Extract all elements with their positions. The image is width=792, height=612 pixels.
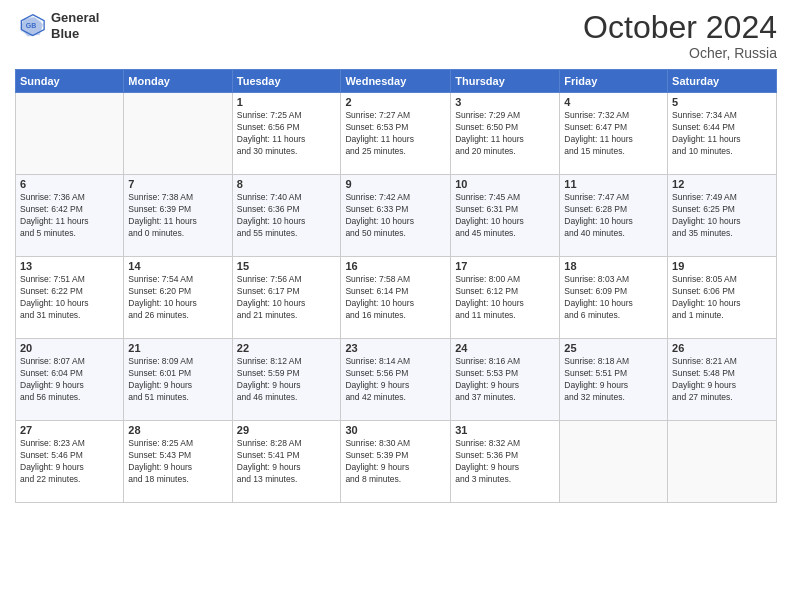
calendar-cell bbox=[124, 93, 232, 175]
calendar-cell: 20Sunrise: 8:07 AM Sunset: 6:04 PM Dayli… bbox=[16, 339, 124, 421]
day-number: 26 bbox=[672, 342, 772, 354]
day-info: Sunrise: 8:09 AM Sunset: 6:01 PM Dayligh… bbox=[128, 356, 227, 404]
day-number: 17 bbox=[455, 260, 555, 272]
day-info: Sunrise: 7:58 AM Sunset: 6:14 PM Dayligh… bbox=[345, 274, 446, 322]
day-info: Sunrise: 7:45 AM Sunset: 6:31 PM Dayligh… bbox=[455, 192, 555, 240]
day-info: Sunrise: 7:36 AM Sunset: 6:42 PM Dayligh… bbox=[20, 192, 119, 240]
day-of-week-header: Monday bbox=[124, 70, 232, 93]
day-info: Sunrise: 8:03 AM Sunset: 6:09 PM Dayligh… bbox=[564, 274, 663, 322]
calendar-cell: 29Sunrise: 8:28 AM Sunset: 5:41 PM Dayli… bbox=[232, 421, 341, 503]
day-info: Sunrise: 7:47 AM Sunset: 6:28 PM Dayligh… bbox=[564, 192, 663, 240]
calendar-week-row: 27Sunrise: 8:23 AM Sunset: 5:46 PM Dayli… bbox=[16, 421, 777, 503]
day-info: Sunrise: 8:23 AM Sunset: 5:46 PM Dayligh… bbox=[20, 438, 119, 486]
calendar-cell: 22Sunrise: 8:12 AM Sunset: 5:59 PM Dayli… bbox=[232, 339, 341, 421]
svg-text:GB: GB bbox=[26, 21, 37, 28]
day-number: 1 bbox=[237, 96, 337, 108]
day-number: 10 bbox=[455, 178, 555, 190]
day-info: Sunrise: 7:42 AM Sunset: 6:33 PM Dayligh… bbox=[345, 192, 446, 240]
calendar-cell: 30Sunrise: 8:30 AM Sunset: 5:39 PM Dayli… bbox=[341, 421, 451, 503]
day-info: Sunrise: 7:51 AM Sunset: 6:22 PM Dayligh… bbox=[20, 274, 119, 322]
day-info: Sunrise: 8:12 AM Sunset: 5:59 PM Dayligh… bbox=[237, 356, 337, 404]
day-of-week-header: Friday bbox=[560, 70, 668, 93]
title-block: October 2024 Ocher, Russia bbox=[583, 10, 777, 61]
calendar-cell: 16Sunrise: 7:58 AM Sunset: 6:14 PM Dayli… bbox=[341, 257, 451, 339]
day-of-week-header: Wednesday bbox=[341, 70, 451, 93]
calendar-cell: 9Sunrise: 7:42 AM Sunset: 6:33 PM Daylig… bbox=[341, 175, 451, 257]
calendar-week-row: 13Sunrise: 7:51 AM Sunset: 6:22 PM Dayli… bbox=[16, 257, 777, 339]
day-number: 2 bbox=[345, 96, 446, 108]
day-info: Sunrise: 8:14 AM Sunset: 5:56 PM Dayligh… bbox=[345, 356, 446, 404]
calendar-cell: 13Sunrise: 7:51 AM Sunset: 6:22 PM Dayli… bbox=[16, 257, 124, 339]
day-number: 5 bbox=[672, 96, 772, 108]
day-of-week-header: Tuesday bbox=[232, 70, 341, 93]
day-info: Sunrise: 7:56 AM Sunset: 6:17 PM Dayligh… bbox=[237, 274, 337, 322]
day-number: 15 bbox=[237, 260, 337, 272]
day-info: Sunrise: 7:38 AM Sunset: 6:39 PM Dayligh… bbox=[128, 192, 227, 240]
day-number: 23 bbox=[345, 342, 446, 354]
day-info: Sunrise: 8:25 AM Sunset: 5:43 PM Dayligh… bbox=[128, 438, 227, 486]
day-info: Sunrise: 8:16 AM Sunset: 5:53 PM Dayligh… bbox=[455, 356, 555, 404]
calendar-cell bbox=[668, 421, 777, 503]
day-number: 30 bbox=[345, 424, 446, 436]
day-number: 18 bbox=[564, 260, 663, 272]
calendar-cell: 28Sunrise: 8:25 AM Sunset: 5:43 PM Dayli… bbox=[124, 421, 232, 503]
logo-text: General Blue bbox=[51, 10, 99, 41]
calendar-cell: 1Sunrise: 7:25 AM Sunset: 6:56 PM Daylig… bbox=[232, 93, 341, 175]
location: Ocher, Russia bbox=[583, 45, 777, 61]
day-number: 12 bbox=[672, 178, 772, 190]
day-number: 4 bbox=[564, 96, 663, 108]
day-number: 11 bbox=[564, 178, 663, 190]
calendar-week-row: 6Sunrise: 7:36 AM Sunset: 6:42 PM Daylig… bbox=[16, 175, 777, 257]
day-info: Sunrise: 7:27 AM Sunset: 6:53 PM Dayligh… bbox=[345, 110, 446, 158]
page: GB General Blue October 2024 Ocher, Russ… bbox=[0, 0, 792, 612]
calendar-cell: 2Sunrise: 7:27 AM Sunset: 6:53 PM Daylig… bbox=[341, 93, 451, 175]
calendar-cell: 17Sunrise: 8:00 AM Sunset: 6:12 PM Dayli… bbox=[451, 257, 560, 339]
day-number: 13 bbox=[20, 260, 119, 272]
calendar-cell: 11Sunrise: 7:47 AM Sunset: 6:28 PM Dayli… bbox=[560, 175, 668, 257]
calendar-cell: 24Sunrise: 8:16 AM Sunset: 5:53 PM Dayli… bbox=[451, 339, 560, 421]
calendar-cell: 5Sunrise: 7:34 AM Sunset: 6:44 PM Daylig… bbox=[668, 93, 777, 175]
calendar-cell: 14Sunrise: 7:54 AM Sunset: 6:20 PM Dayli… bbox=[124, 257, 232, 339]
days-of-week-row: SundayMondayTuesdayWednesdayThursdayFrid… bbox=[16, 70, 777, 93]
calendar-cell: 10Sunrise: 7:45 AM Sunset: 6:31 PM Dayli… bbox=[451, 175, 560, 257]
day-of-week-header: Sunday bbox=[16, 70, 124, 93]
logo: GB General Blue bbox=[15, 10, 99, 41]
day-number: 16 bbox=[345, 260, 446, 272]
calendar-cell: 6Sunrise: 7:36 AM Sunset: 6:42 PM Daylig… bbox=[16, 175, 124, 257]
day-info: Sunrise: 8:21 AM Sunset: 5:48 PM Dayligh… bbox=[672, 356, 772, 404]
day-info: Sunrise: 8:18 AM Sunset: 5:51 PM Dayligh… bbox=[564, 356, 663, 404]
day-info: Sunrise: 8:30 AM Sunset: 5:39 PM Dayligh… bbox=[345, 438, 446, 486]
day-number: 25 bbox=[564, 342, 663, 354]
day-number: 28 bbox=[128, 424, 227, 436]
day-number: 3 bbox=[455, 96, 555, 108]
day-number: 31 bbox=[455, 424, 555, 436]
day-info: Sunrise: 8:07 AM Sunset: 6:04 PM Dayligh… bbox=[20, 356, 119, 404]
calendar-cell: 4Sunrise: 7:32 AM Sunset: 6:47 PM Daylig… bbox=[560, 93, 668, 175]
calendar-cell: 19Sunrise: 8:05 AM Sunset: 6:06 PM Dayli… bbox=[668, 257, 777, 339]
day-info: Sunrise: 7:34 AM Sunset: 6:44 PM Dayligh… bbox=[672, 110, 772, 158]
day-info: Sunrise: 7:54 AM Sunset: 6:20 PM Dayligh… bbox=[128, 274, 227, 322]
month-title: October 2024 bbox=[583, 10, 777, 45]
day-number: 9 bbox=[345, 178, 446, 190]
day-number: 20 bbox=[20, 342, 119, 354]
calendar-cell bbox=[560, 421, 668, 503]
day-info: Sunrise: 7:40 AM Sunset: 6:36 PM Dayligh… bbox=[237, 192, 337, 240]
day-of-week-header: Saturday bbox=[668, 70, 777, 93]
calendar-cell: 15Sunrise: 7:56 AM Sunset: 6:17 PM Dayli… bbox=[232, 257, 341, 339]
day-number: 22 bbox=[237, 342, 337, 354]
day-info: Sunrise: 7:49 AM Sunset: 6:25 PM Dayligh… bbox=[672, 192, 772, 240]
header: GB General Blue October 2024 Ocher, Russ… bbox=[15, 10, 777, 61]
day-info: Sunrise: 8:28 AM Sunset: 5:41 PM Dayligh… bbox=[237, 438, 337, 486]
calendar-cell: 25Sunrise: 8:18 AM Sunset: 5:51 PM Dayli… bbox=[560, 339, 668, 421]
calendar-cell: 26Sunrise: 8:21 AM Sunset: 5:48 PM Dayli… bbox=[668, 339, 777, 421]
day-number: 29 bbox=[237, 424, 337, 436]
calendar-cell: 31Sunrise: 8:32 AM Sunset: 5:36 PM Dayli… bbox=[451, 421, 560, 503]
day-info: Sunrise: 7:25 AM Sunset: 6:56 PM Dayligh… bbox=[237, 110, 337, 158]
day-number: 6 bbox=[20, 178, 119, 190]
calendar-week-row: 1Sunrise: 7:25 AM Sunset: 6:56 PM Daylig… bbox=[16, 93, 777, 175]
day-number: 14 bbox=[128, 260, 227, 272]
calendar-cell: 21Sunrise: 8:09 AM Sunset: 6:01 PM Dayli… bbox=[124, 339, 232, 421]
calendar-cell: 3Sunrise: 7:29 AM Sunset: 6:50 PM Daylig… bbox=[451, 93, 560, 175]
calendar-cell: 8Sunrise: 7:40 AM Sunset: 6:36 PM Daylig… bbox=[232, 175, 341, 257]
calendar-week-row: 20Sunrise: 8:07 AM Sunset: 6:04 PM Dayli… bbox=[16, 339, 777, 421]
